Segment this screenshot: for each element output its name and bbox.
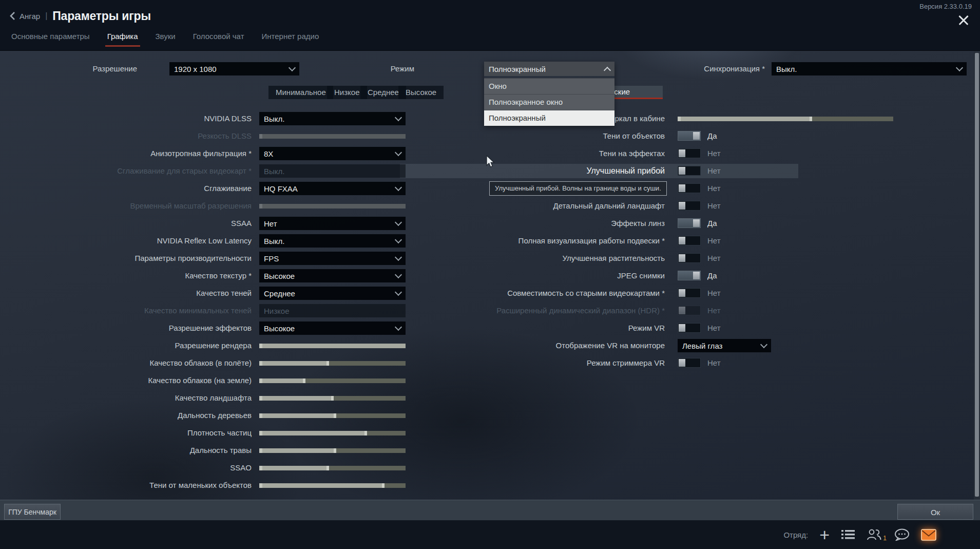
graphics-settings-screen: Ангар | Параметры игры Версия 2.33.0.19 …	[0, 0, 980, 549]
slider-качество-отражений-зеркал-в-кабине[interactable]	[678, 117, 893, 121]
battle-log-list-icon[interactable]	[841, 529, 855, 540]
preset-item-3[interactable]: Высокое	[398, 86, 444, 99]
back-chevron-icon	[9, 11, 15, 21]
setting-label-полная-визуализация-работы-подвески: Полная визуализация работы подвески *	[359, 234, 665, 248]
toggle-тени-на-эффектах[interactable]	[678, 148, 701, 158]
tab-bar: Основные параметрыГрафикаЗвукиГолосовой …	[11, 32, 319, 47]
setting-label-режим-стриммера-vr: Режим стриммера VR	[359, 356, 665, 370]
squad-controls: Отряд: + 1	[783, 520, 936, 549]
setting-label-nvidia-reflex-low-latency: NVIDIA Reflex Low Latency	[0, 234, 252, 248]
setting-label-параметры-производительности: Параметры производительности	[0, 251, 252, 266]
setting-label-сглаживание-для-старых-видеокарт: Сглаживание для старых видеокарт *	[0, 164, 252, 178]
slider-тени-от-маленьких-объектов[interactable]	[259, 483, 406, 488]
toggle-state-label: Нет	[707, 288, 721, 298]
toggle-детальный-дальний-ландшафт[interactable]	[678, 201, 701, 211]
toggle-совместимость-со-старыми-видеокартами[interactable]	[678, 288, 701, 298]
vsync-label: Синхронизация *	[611, 62, 765, 76]
dropdown-отображение-vr-на-мониторе[interactable]: Левый глаз	[678, 339, 771, 352]
setting-label-качество-минимальных-теней: Качество минимальных теней	[0, 304, 252, 318]
ok-button[interactable]: Ок	[897, 504, 973, 520]
toggle-state-label: Нет	[707, 201, 721, 211]
mode-option-list: ОкноПолноэкранное окноПолноэкранный	[484, 78, 614, 126]
toggle-state-label: Нет	[707, 358, 721, 368]
tab-item-2[interactable]: Звуки	[156, 32, 176, 47]
back-button[interactable]: Ангар | Параметры игры	[9, 8, 151, 24]
toggle-state-label: Нет	[707, 148, 721, 158]
setting-label-расширенный-динамический-диапазон-hdr: Расширенный динамический диапазон (HDR) …	[359, 304, 665, 318]
slider-качество-ландшафта[interactable]	[259, 396, 406, 401]
toggle-jpeg-снимки[interactable]	[678, 271, 701, 280]
mouse-cursor	[486, 155, 496, 168]
mode-option[interactable]: Полноэкранное окно	[484, 94, 614, 110]
breadcrumb-separator: |	[45, 11, 47, 21]
setting-label-эффекты-линз: Эффекты линз	[359, 216, 665, 231]
setting-label-качество-облаков-в-полёте: Качество облаков (в полёте)	[0, 356, 252, 370]
toggle-тени-от-объектов[interactable]	[678, 131, 701, 141]
toggle-эффекты-линз[interactable]	[678, 218, 701, 228]
gpu-benchmark-button[interactable]: ГПУ Бенчмарк	[4, 504, 61, 520]
back-label[interactable]: Ангар	[20, 12, 40, 21]
toggle-row[interactable]	[678, 183, 701, 193]
mode-label: Режим	[277, 62, 414, 76]
tab-item-3[interactable]: Голосовой чат	[193, 32, 244, 47]
chevron-down-icon	[956, 64, 963, 71]
setting-label-качество-текстур: Качество текстур *	[0, 269, 252, 283]
setting-label-разрешение-рендера: Разрешение рендера	[0, 338, 252, 353]
slider-дальность-травы[interactable]	[259, 448, 406, 453]
toggle-state-label: Нет	[707, 323, 721, 333]
toggle-улучшенный-прибой[interactable]	[678, 166, 701, 176]
setting-label-плотность-частиц: Плотность частиц	[0, 426, 252, 440]
toggle-режим-vr[interactable]	[678, 323, 701, 333]
setting-label-временный-масштаб-разрешения: Временный масштаб разрешения	[0, 199, 252, 213]
footer-bar: ГПУ Бенчмарк Ок	[0, 500, 980, 521]
setting-label-разрешение-эффектов: Разрешение эффектов	[0, 321, 252, 335]
setting-label-сглаживание: Сглаживание	[0, 181, 252, 196]
squad-label: Отряд:	[783, 531, 808, 539]
mode-dropdown-open: Полноэкранный ОкноПолноэкранное окноПолн…	[484, 62, 614, 126]
toggle-расширенный-динамический-диапазон-hdr	[678, 306, 701, 315]
setting-label-качество-теней: Качество теней	[0, 286, 252, 300]
setting-label-улучшенный-прибой: Улучшенный прибой	[359, 164, 665, 178]
close-icon[interactable]	[956, 13, 971, 28]
squad-invite-plus-icon[interactable]: +	[819, 527, 830, 542]
tab-graphics[interactable]: Графика	[107, 32, 138, 47]
setting-label-резкость-dlss: Резкость DLSS	[0, 129, 252, 143]
setting-label-nvidia-dlss: NVIDIA DLSS	[0, 111, 252, 126]
setting-label-режим-vr: Режим VR	[359, 321, 665, 335]
setting-label-качество-облаков-на-земле: Качество облаков (на земле)	[0, 373, 252, 388]
mode-dropdown[interactable]: Полноэкранный	[484, 62, 614, 76]
tab-item-0[interactable]: Основные параметры	[11, 32, 90, 47]
setting-label-дальность-деревьев: Дальность деревьев	[0, 408, 252, 423]
toggle-state-label: Да	[707, 131, 717, 141]
page-title: Параметры игры	[52, 9, 151, 23]
slider-дальность-деревьев[interactable]	[259, 413, 406, 418]
slider-ssao[interactable]	[259, 466, 406, 470]
toggle-state-label: Нет	[707, 183, 721, 193]
toggle-state-label: Нет	[707, 236, 721, 245]
tooltip: Улучшенный прибой. Волны на границе воды…	[489, 181, 667, 196]
contacts-icon[interactable]: 1	[867, 528, 883, 541]
slider-качество-облаков-на-земле[interactable]	[259, 378, 406, 383]
mode-option[interactable]: Окно	[484, 78, 614, 94]
setting-label-отображение-vr-на-мониторе: Отображение VR на мониторе	[359, 338, 665, 353]
preset-item-0[interactable]: Минимальное	[268, 86, 333, 99]
setting-label-тени-на-эффектах: Тени на эффектах	[359, 146, 665, 161]
toggle-режим-стриммера-vr[interactable]	[678, 358, 701, 368]
chat-icon[interactable]	[894, 528, 910, 541]
mail-icon[interactable]	[921, 529, 936, 541]
toggle-улучшенная-растительность[interactable]	[678, 253, 701, 263]
mode-option[interactable]: Полноэкранный	[484, 110, 614, 126]
setting-label-качество-ландшафта: Качество ландшафта	[0, 391, 252, 405]
vsync-dropdown[interactable]: Выкл.	[772, 62, 967, 75]
toggle-полная-визуализация-работы-подвески[interactable]	[678, 236, 701, 245]
title-bar: Ангар | Параметры игры Версия 2.33.0.19 …	[0, 0, 980, 51]
bottom-bar: Отряд: + 1	[0, 520, 980, 549]
version-label: Версия 2.33.0.19	[919, 3, 972, 10]
scrollbar-track	[974, 51, 980, 500]
slider-плотность-частиц[interactable]	[259, 431, 406, 436]
tab-item-4[interactable]: Интернет радио	[262, 32, 319, 47]
setting-label-jpeg-снимки: JPEG снимки	[359, 269, 665, 283]
toggle-state-label: Нет	[707, 253, 721, 263]
scrollbar-thumb[interactable]	[975, 53, 979, 497]
setting-label-совместимость-со-старыми-видеокартами: Совместимость со старыми видеокартами *	[359, 286, 665, 300]
